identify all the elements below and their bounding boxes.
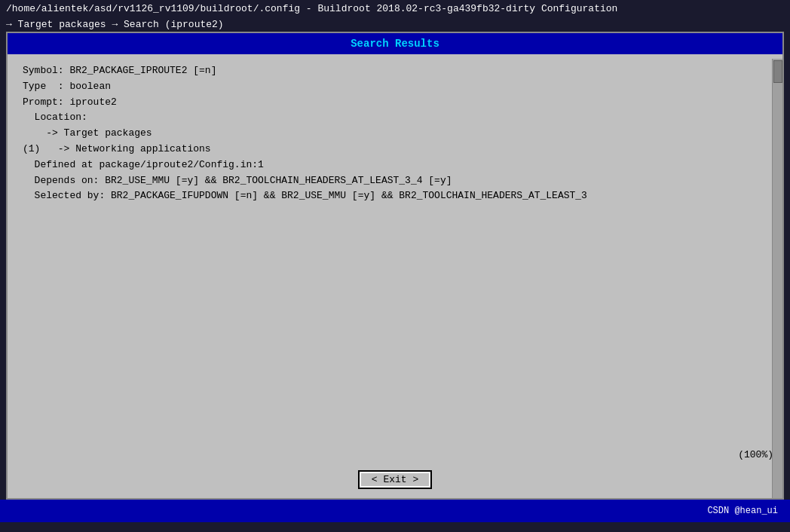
window-title: /home/alientek/asd/rv1126_rv1109/buildro… [6,3,617,14]
content-line: -> Target packages [23,126,767,142]
breadcrumb-bar: → Target packages → Search (iproute2) [0,17,790,32]
content-line: Prompt: iproute2 [23,95,767,111]
scrollbar[interactable] [772,59,782,498]
scroll-indicator: (100%) [738,449,773,460]
content-line: Depends on: BR2_USE_MMU [=y] && BR2_TOOL… [23,173,767,189]
content-line: Location: [23,110,767,126]
button-bar: < Exit > [8,463,782,498]
content-line: Defined at package/iproute2/Config.in:1 [23,157,767,173]
content-line: Type : boolean [23,79,767,95]
dialog-content: Symbol: BR2_PACKAGE_IPROUTE2 [=n]Type : … [8,54,782,463]
scrollbar-thumb[interactable] [773,60,782,83]
exit-button[interactable]: < Exit > [358,470,432,489]
bottom-text: CSDN @hean_ui [707,506,778,516]
search-results-dialog: Search Results Symbol: BR2_PACKAGE_IPROU… [6,32,784,500]
bottom-bar: CSDN @hean_ui [0,500,790,522]
content-line: Symbol: BR2_PACKAGE_IPROUTE2 [=n] [23,63,767,79]
content-line: (1) -> Networking applications [23,142,767,157]
breadcrumb: → Target packages → Search (iproute2) [6,19,224,30]
title-bar: /home/alientek/asd/rv1126_rv1109/buildro… [0,0,790,17]
dialog-title: Search Results [8,33,782,54]
content-line: Selected by: BR2_PACKAGE_IFUPDOWN [=n] &… [23,188,767,204]
